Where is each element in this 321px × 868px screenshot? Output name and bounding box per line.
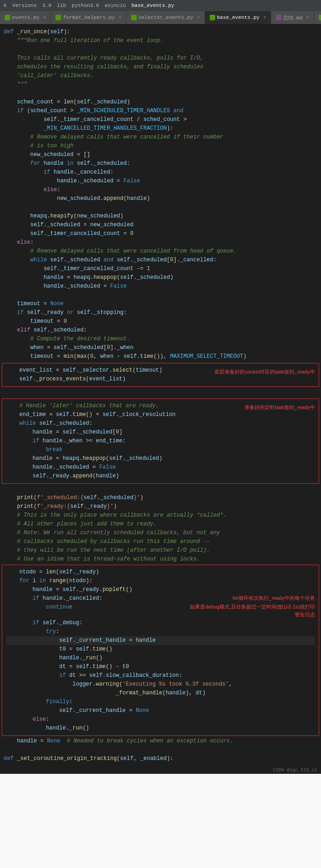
code-line: # is too high — [0, 142, 321, 151]
code-line: """Run one full iteration of the event l… — [0, 36, 321, 45]
tab-icon-selector — [131, 15, 137, 20]
code-line: handle = self._ready.popleft() — [6, 585, 315, 594]
top-bar: k Versions 3.9 lib python3.9 asyncio bas… — [0, 0, 321, 11]
code-line: # they will be run the next time (after … — [0, 546, 321, 555]
code-line: handle._scheduled = False — [0, 282, 321, 291]
code-line: _format_handle(handle), dt) — [6, 689, 315, 698]
code-line: while self._scheduled and self._schedule… — [0, 256, 321, 265]
tab-close-base[interactable]: × — [263, 15, 266, 20]
code-line: self._current_handle = handle — [6, 636, 315, 645]
code-line: handle._run() — [6, 724, 315, 733]
top-bar-k: k — [4, 3, 7, 8]
code-line: while self._scheduled: — [6, 419, 176, 428]
code-line: try: — [6, 627, 315, 636]
code-line: for i in range(ntodo): — [6, 577, 315, 585]
code-line: new_scheduled.append(handle) — [0, 194, 321, 203]
tab-events[interactable]: events.py × — [0, 11, 51, 24]
code-line: def _set_coroutine_origin_tracking(self,… — [0, 754, 321, 763]
tab-bar: events.py × format_helpers.py × selector… — [0, 11, 321, 24]
annotation-debug-label: 如果是debug模式,且任务超过一定时间(默认0.1s)就打印警告日志 — [190, 603, 315, 619]
code-line: new_scheduled = [] — [0, 151, 321, 159]
tab-icon-format — [55, 15, 61, 20]
code-line: handle = heapq.heappop(self._scheduled) — [0, 273, 321, 282]
code-line: else: — [6, 715, 315, 724]
code-line — [0, 203, 321, 212]
code-line: # Remove delayed calls that were cancell… — [0, 247, 321, 256]
tab-icon-base — [210, 15, 215, 20]
code-line: timeout = 0 — [0, 317, 321, 326]
annotation-selector-label: 底层准备好的socket对应的task放到_ready中 — [214, 366, 315, 376]
code-line: if (sched_count > _MIN_SCHEDULED_TIMER_H… — [0, 107, 321, 115]
tab-close-selector[interactable]: × — [197, 15, 200, 20]
code-line: # All other places just add them to read… — [0, 520, 321, 529]
code-line: schedules the resulting callbacks, and f… — [0, 63, 321, 72]
tab-label-format: format_helpers.py — [63, 15, 115, 20]
tab-label-summary: 总结.md — [283, 14, 303, 21]
code-line: _MIN_CANCELLED_TIMER_HANDLES_FRACTION): — [0, 124, 321, 133]
code-line: 'call_later' callbacks. — [0, 72, 321, 80]
code-line: # callbacks scheduled by callbacks run t… — [0, 537, 321, 546]
code-line: handle = self._scheduled[0] — [6, 428, 176, 437]
code-line: print(f'_ready:{self._ready}') — [0, 502, 321, 511]
code-line: self._scheduled = new_scheduled — [0, 221, 321, 229]
code-line: end_time = self.time() + self._clock_res… — [6, 410, 176, 419]
code-line: self._timer_cancelled_count -= 1 — [0, 265, 321, 273]
code-line — [0, 45, 321, 54]
code-line: # This is the only place where callbacks… — [0, 511, 321, 520]
code-line: break — [6, 446, 176, 454]
tab-close-format[interactable]: × — [119, 15, 121, 20]
annotation-ready-box: # Handle 'later' callbacks that are read… — [2, 398, 319, 484]
code-line: # Handle 'later' callbacks that are read… — [6, 402, 176, 410]
tab-close-summary[interactable]: × — [306, 15, 309, 20]
tab-selector-events[interactable]: selector_events.py × — [127, 11, 205, 24]
code-line: handle = heapq.heappop(self._scheduled) — [6, 454, 176, 463]
tab-queue[interactable]: queue_u... × — [314, 11, 321, 24]
code-line: """ — [0, 80, 321, 89]
code-line: event_list = self._selector.select(timeo… — [6, 366, 163, 375]
code-line: sched_count = len(self._scheduled) — [0, 98, 321, 107]
tab-summary[interactable]: 总结.md × — [271, 11, 314, 24]
tab-label-base: base_events.py — [217, 15, 260, 20]
code-line: self._timer_cancelled_count = 0 — [0, 229, 321, 238]
top-bar-versions[interactable]: Versions — [12, 3, 37, 8]
code-line: # Remove delayed calls that were cancell… — [0, 133, 321, 142]
code-line: self._timer_cancelled_count / sched_coun… — [0, 115, 321, 124]
tab-label-events: events.py — [12, 15, 39, 20]
code-line: self._ready.append(handle) — [6, 472, 176, 481]
code-line: elif self._scheduled: — [0, 326, 321, 335]
code-line: for handle in self._scheduled: — [0, 159, 321, 168]
code-line: timeout = min(max(0, when - self.time())… — [0, 352, 321, 361]
code-line: handle._run() — [6, 654, 315, 663]
top-bar-python[interactable]: python3.9 — [72, 3, 99, 8]
code-line: heapq.heapify(new_scheduled) — [0, 212, 321, 221]
footer-watermark: CSDN @igc_520_zi — [0, 767, 321, 774]
code-line: when = self._scheduled[0]._when — [0, 344, 321, 352]
code-line: # Compute the desired timeout. — [0, 335, 321, 344]
code-line: self._process_events(event_list) — [6, 375, 163, 384]
code-line: finally: — [6, 698, 315, 706]
code-line: else: — [0, 186, 321, 194]
tab-close-events[interactable]: × — [43, 15, 46, 20]
code-line: handle._scheduled = False — [0, 177, 321, 186]
tab-format-helpers[interactable]: format_helpers.py × — [51, 11, 126, 24]
code-line: if self._ready or self._stopping: — [0, 308, 321, 317]
code-line: logger.warning('Executing %s took %.3f s… — [6, 680, 315, 689]
code-line: if dt >= self.slow_callback_duration: — [6, 671, 315, 680]
annotation-ready-label: 准备好的定时task放到_ready中 — [244, 402, 315, 411]
code-line: handle._scheduled = False — [6, 463, 176, 472]
code-line: continue 如果是debug模式,且任务超过一定时间(默认0.1s)就打印… — [6, 603, 315, 619]
tab-icon-queue — [319, 15, 321, 20]
code-line: print(f'_scheduled:{self._scheduled}') — [0, 494, 321, 502]
code-line: self._current_handle = None — [6, 706, 315, 715]
tab-icon-events — [5, 15, 10, 20]
code-area: def _run_once(self): """Run one full ite… — [0, 24, 321, 767]
tab-base-events[interactable]: base_events.py × — [205, 11, 271, 24]
top-bar-file: base_events.py — [132, 3, 174, 8]
code-line — [0, 291, 321, 300]
code-line: ntodo = len(self._ready) — [6, 568, 315, 577]
code-line: if handle._when >= end_time: — [6, 437, 176, 446]
code-line — [0, 389, 321, 398]
code-line — [0, 746, 321, 754]
top-bar-asyncio[interactable]: asyncio — [104, 3, 126, 8]
code-line: else: — [0, 238, 321, 247]
